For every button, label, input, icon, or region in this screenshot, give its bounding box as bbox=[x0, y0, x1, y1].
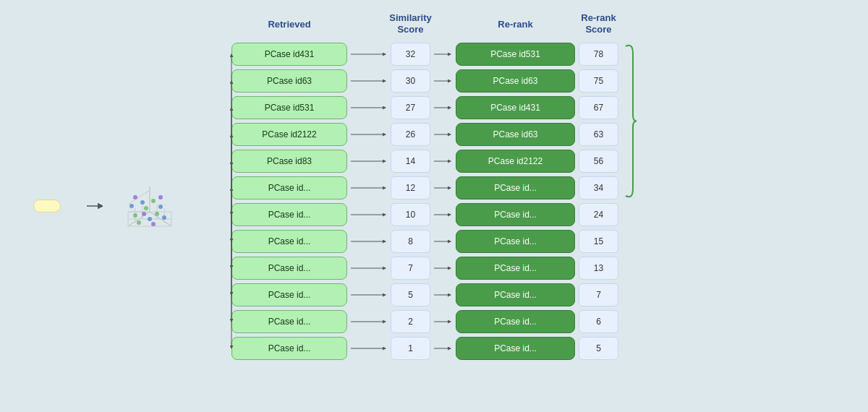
rerank-score-list: 787567635634241513765 bbox=[579, 43, 618, 360]
rerank-score-column: Re-rankScore 787567635634241513765 bbox=[579, 11, 618, 360]
retrieved-item: PCase id... bbox=[231, 203, 347, 226]
similarity-score-item: 8 bbox=[391, 230, 430, 253]
reranked-item: PCase id... bbox=[456, 283, 575, 306]
left-side bbox=[7, 168, 231, 244]
similarity-score-item: 5 bbox=[391, 283, 430, 306]
svg-line-14 bbox=[128, 190, 150, 205]
svg-point-16 bbox=[144, 206, 148, 210]
rerank-score-item: 78 bbox=[579, 43, 618, 66]
retrieved-item: PCase id... bbox=[231, 230, 347, 253]
svg-point-18 bbox=[151, 199, 156, 203]
retrieved-item: PCase id2122 bbox=[231, 123, 347, 146]
svg-point-25 bbox=[151, 222, 156, 226]
retrieved-item: PCase id... bbox=[231, 310, 347, 333]
rerank-score-item: 6 bbox=[579, 310, 618, 333]
right-side: Retrieved PCase id431PCase id63PCase id5… bbox=[231, 11, 857, 401]
reranked-item: PCase id... bbox=[456, 337, 575, 360]
svg-point-26 bbox=[142, 212, 146, 216]
retrieved-item: PCase id83 bbox=[231, 150, 347, 173]
similarity-score-item: 2 bbox=[391, 310, 430, 333]
similarity-score-item: 32 bbox=[391, 43, 430, 66]
retrieved-item: PCase id... bbox=[231, 337, 347, 360]
rerank-score-item: 75 bbox=[579, 69, 618, 93]
retrieved-item: PCase id63 bbox=[231, 69, 347, 93]
similarity-score-item: 26 bbox=[391, 123, 430, 146]
rerank-score-item: 24 bbox=[579, 203, 618, 226]
retrieved-header: Retrieved bbox=[231, 11, 347, 37]
reranked-item: PCase id2122 bbox=[456, 150, 575, 173]
rerank-score-item: 5 bbox=[579, 337, 618, 360]
svg-point-28 bbox=[133, 195, 137, 199]
svg-point-23 bbox=[162, 215, 166, 220]
svg-point-24 bbox=[129, 204, 134, 208]
rerank-score-item: 34 bbox=[579, 176, 618, 199]
retrieved-item: PCase id... bbox=[231, 176, 347, 199]
reranked-column: Re-rank PCase id531PCase id63PCase id431… bbox=[456, 11, 575, 360]
similarity-score-item: 14 bbox=[391, 150, 430, 173]
query-to-vector-arrow bbox=[87, 199, 103, 213]
similarity-score-item: 10 bbox=[391, 203, 430, 226]
similarity-score-item: 7 bbox=[391, 257, 430, 280]
query-box bbox=[33, 199, 61, 213]
retrieved-item: PCase id... bbox=[231, 283, 347, 306]
similarity-score-item: 12 bbox=[391, 176, 430, 199]
rerank-score-item: 63 bbox=[579, 123, 618, 146]
svg-point-27 bbox=[158, 195, 163, 199]
similarity-score-item: 27 bbox=[391, 96, 430, 119]
rerank-score-item: 13 bbox=[579, 257, 618, 280]
retrieved-column: Retrieved PCase id431PCase id63PCase id5… bbox=[231, 11, 347, 360]
vector-db-graphic bbox=[114, 172, 186, 244]
svg-point-15 bbox=[133, 213, 137, 218]
reranked-item: PCase id... bbox=[456, 230, 575, 253]
rerank-score-item: 56 bbox=[579, 150, 618, 173]
reranked-item: PCase id63 bbox=[456, 69, 575, 93]
similarity-score-column: SimilarityScore 3230272614121087521 bbox=[391, 11, 430, 360]
rerank-score-item: 15 bbox=[579, 230, 618, 253]
rerank-score-item: 67 bbox=[579, 96, 618, 119]
svg-point-20 bbox=[148, 217, 152, 221]
svg-point-17 bbox=[155, 212, 159, 216]
reranked-list: PCase id531PCase id63PCase id431PCase id… bbox=[456, 43, 575, 360]
rerank-score-header: Re-rankScore bbox=[579, 11, 618, 37]
query-section bbox=[7, 199, 87, 213]
reranked-header: Re-rank bbox=[456, 11, 575, 37]
reranked-item: PCase id431 bbox=[456, 96, 575, 119]
vector-db-section bbox=[103, 168, 197, 244]
mid-arrows-svg bbox=[351, 43, 391, 401]
reranked-item: PCase id... bbox=[456, 176, 575, 199]
reranked-item: PCase id... bbox=[456, 257, 575, 280]
retrieved-list: PCase id431PCase id63PCase id531PCase id… bbox=[231, 43, 347, 360]
svg-point-22 bbox=[140, 200, 145, 205]
main-container: Retrieved PCase id431PCase id63PCase id5… bbox=[0, 0, 868, 412]
retrieved-item: PCase id... bbox=[231, 257, 347, 280]
rerank-score-item: 7 bbox=[579, 283, 618, 306]
similarity-score-item: 1 bbox=[391, 337, 430, 360]
rerank-arrows-svg bbox=[434, 43, 456, 401]
svg-point-21 bbox=[158, 205, 163, 209]
svg-point-19 bbox=[137, 220, 141, 225]
reranked-item: PCase id63 bbox=[456, 123, 575, 146]
similarity-header: SimilarityScore bbox=[391, 11, 430, 37]
similarity-score-item: 30 bbox=[391, 69, 430, 93]
reranked-item: PCase id531 bbox=[456, 43, 575, 66]
reranked-item: PCase id... bbox=[456, 203, 575, 226]
reranked-item: PCase id... bbox=[456, 310, 575, 333]
retrieved-item: PCase id531 bbox=[231, 96, 347, 119]
score-list: 3230272614121087521 bbox=[391, 43, 430, 360]
brace-column bbox=[622, 11, 644, 401]
brace-svg bbox=[622, 43, 640, 401]
retrieved-item: PCase id431 bbox=[231, 43, 347, 66]
